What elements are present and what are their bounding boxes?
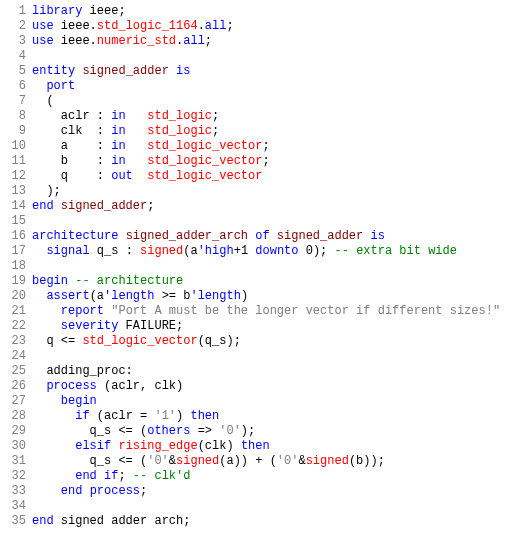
code-line: 30 elsif rising_edge(clk) then: [4, 439, 522, 454]
code-text: elsif rising_edge(clk) then: [32, 439, 522, 454]
code-line: 34: [4, 499, 522, 514]
code-line: 31 q_s <= ('0'&signed(a)) + ('0'&signed(…: [4, 454, 522, 469]
line-number: 15: [4, 214, 32, 229]
line-number: 6: [4, 79, 32, 94]
code-text: q_s <= (others => '0');: [32, 424, 522, 439]
code-line: 19begin -- architecture: [4, 274, 522, 289]
line-number: 18: [4, 259, 32, 274]
code-line: 20 assert(a'length >= b'length): [4, 289, 522, 304]
code-line: 2use ieee.std_logic_1164.all;: [4, 19, 522, 34]
line-number: 14: [4, 199, 32, 214]
code-line: 3use ieee.numeric_std.all;: [4, 34, 522, 49]
line-number: 33: [4, 484, 32, 499]
code-text: q : out std_logic_vector: [32, 169, 522, 184]
code-text: [32, 349, 522, 364]
code-line: 25 adding_proc:: [4, 364, 522, 379]
code-text: assert(a'length >= b'length): [32, 289, 522, 304]
code-text: [32, 214, 522, 229]
code-text: b : in std_logic_vector;: [32, 154, 522, 169]
code-text: (: [32, 94, 522, 109]
line-number: 29: [4, 424, 32, 439]
line-number: 30: [4, 439, 32, 454]
code-text: clk : in std_logic;: [32, 124, 522, 139]
code-line: 28 if (aclr = '1') then: [4, 409, 522, 424]
line-number: 12: [4, 169, 32, 184]
line-number: 20: [4, 289, 32, 304]
code-line: 33 end process;: [4, 484, 522, 499]
code-line: 16architecture signed_adder_arch of sign…: [4, 229, 522, 244]
line-number: 2: [4, 19, 32, 34]
line-number: 17: [4, 244, 32, 259]
code-text: architecture signed_adder_arch of signed…: [32, 229, 522, 244]
code-text: use ieee.std_logic_1164.all;: [32, 19, 522, 34]
line-number: 28: [4, 409, 32, 424]
code-text: signal q_s : signed(a'high+1 downto 0); …: [32, 244, 522, 259]
code-text: );: [32, 184, 522, 199]
code-line: 32 end if; -- clk'd: [4, 469, 522, 484]
code-text: process (aclr, clk): [32, 379, 522, 394]
code-line: 27 begin: [4, 394, 522, 409]
code-text: report "Port A must be the longer vector…: [32, 304, 522, 319]
line-number: 4: [4, 49, 32, 64]
code-line: 15: [4, 214, 522, 229]
line-number: 23: [4, 334, 32, 349]
code-line: 5entity signed_adder is: [4, 64, 522, 79]
code-line: 10 a : in std_logic_vector;: [4, 139, 522, 154]
line-number: 3: [4, 34, 32, 49]
line-number: 21: [4, 304, 32, 319]
code-text: [32, 499, 522, 514]
code-line: 4: [4, 49, 522, 64]
code-text: port: [32, 79, 522, 94]
code-line: 13 );: [4, 184, 522, 199]
code-line: 12 q : out std_logic_vector: [4, 169, 522, 184]
code-text: end signed_adder;: [32, 199, 522, 214]
code-line: 18: [4, 259, 522, 274]
line-number: 13: [4, 184, 32, 199]
line-number: 1: [4, 4, 32, 19]
code-text: if (aclr = '1') then: [32, 409, 522, 424]
line-number: 24: [4, 349, 32, 364]
line-number: 9: [4, 124, 32, 139]
line-number: 31: [4, 454, 32, 469]
line-number: 10: [4, 139, 32, 154]
code-text: end if; -- clk'd: [32, 469, 522, 484]
code-line: 26 process (aclr, clk): [4, 379, 522, 394]
line-number: 11: [4, 154, 32, 169]
code-text: library ieee;: [32, 4, 522, 19]
code-line: 29 q_s <= (others => '0');: [4, 424, 522, 439]
line-number: 8: [4, 109, 32, 124]
line-number: 16: [4, 229, 32, 244]
code-text: entity signed_adder is: [32, 64, 522, 79]
code-text: end signed adder arch;: [32, 514, 522, 529]
line-number: 27: [4, 394, 32, 409]
code-text: a : in std_logic_vector;: [32, 139, 522, 154]
line-number: 26: [4, 379, 32, 394]
code-line: 11 b : in std_logic_vector;: [4, 154, 522, 169]
line-number: 35: [4, 514, 32, 529]
code-line: 6 port: [4, 79, 522, 94]
line-number: 5: [4, 64, 32, 79]
code-text: begin -- architecture: [32, 274, 522, 289]
code-text: adding_proc:: [32, 364, 522, 379]
line-number: 34: [4, 499, 32, 514]
code-line: 17 signal q_s : signed(a'high+1 downto 0…: [4, 244, 522, 259]
line-number: 7: [4, 94, 32, 109]
code-line: 35end signed adder arch;: [4, 514, 522, 529]
code-line: 9 clk : in std_logic;: [4, 124, 522, 139]
code-line: 22 severity FAILURE;: [4, 319, 522, 334]
code-text: severity FAILURE;: [32, 319, 522, 334]
code-line: 1library ieee;: [4, 4, 522, 19]
code-line: 14end signed_adder;: [4, 199, 522, 214]
code-line: 23 q <= std_logic_vector(q_s);: [4, 334, 522, 349]
line-number: 22: [4, 319, 32, 334]
code-text: q_s <= ('0'&signed(a)) + ('0'&signed(b))…: [32, 454, 522, 469]
line-number: 19: [4, 274, 32, 289]
code-text: q <= std_logic_vector(q_s);: [32, 334, 522, 349]
code-text: begin: [32, 394, 522, 409]
code-text: [32, 259, 522, 274]
line-number: 25: [4, 364, 32, 379]
code-line: 24: [4, 349, 522, 364]
line-number: 32: [4, 469, 32, 484]
code-line: 8 aclr : in std_logic;: [4, 109, 522, 124]
code-line: 7 (: [4, 94, 522, 109]
